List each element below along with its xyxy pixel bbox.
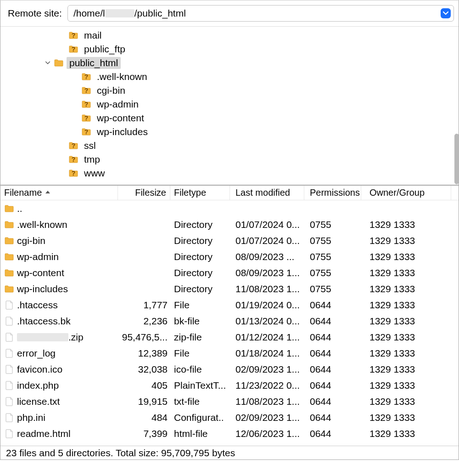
tree-item[interactable]: www [0, 166, 459, 180]
cell-lastmodified: 11/23/2022 0... [230, 380, 304, 391]
table-row[interactable]: .htaccess.bk2,236bk-file01/13/2024 0...0… [0, 313, 459, 329]
remote-path-value: /home/l/public_html [73, 8, 441, 19]
path-dropdown-button[interactable] [441, 8, 451, 18]
cell-permissions: 0755 [304, 283, 361, 295]
column-headers: Filename Filesize Filetype Last modified… [0, 186, 459, 200]
cell-filename: .htaccess.bk [17, 316, 118, 327]
file-list-panel: Filename Filesize Filetype Last modified… [0, 185, 459, 460]
cell-filetype: Directory [170, 251, 230, 262]
header-permissions[interactable]: Permissions [304, 186, 361, 200]
tree-item[interactable]: wp-content [0, 111, 459, 125]
table-row[interactable]: wp-adminDirectory08/09/2023 ...07551329 … [0, 249, 459, 265]
cell-permissions: 0644 [304, 316, 361, 327]
file-icon [4, 348, 17, 358]
tree-item[interactable]: public_ftp [0, 42, 459, 56]
cell-filename: wp-includes [17, 283, 118, 295]
remote-site-panel: Remote site: /home/l/public_html mailpub… [0, 0, 459, 185]
cell-lastmodified: 01/19/2024 0... [230, 300, 304, 311]
tree-item-label: wp-admin [94, 98, 141, 110]
tree-item[interactable]: wp-includes [0, 125, 459, 139]
folder-icon [4, 236, 17, 246]
remote-tree-panel[interactable]: mailpublic_ftppublic_html.well-knowncgi-… [0, 26, 459, 185]
cell-filetype: Directory [170, 283, 230, 295]
cell-filesize: 405 [118, 380, 170, 391]
table-row[interactable]: .htaccess1,777File01/19/2024 0...0644132… [0, 297, 459, 313]
table-row[interactable]: license.txt19,915txt-file11/08/2023 1...… [0, 393, 459, 409]
cell-lastmodified: 02/09/2023 1... [230, 412, 304, 423]
cell-ownergroup: 1329 1333 [361, 235, 459, 246]
cell-ownergroup: 1329 1333 [361, 348, 459, 359]
folder-question-icon [68, 168, 78, 178]
cell-filename: readme.html [17, 428, 118, 439]
cell-permissions: 0755 [304, 251, 361, 262]
file-icon [4, 380, 17, 391]
cell-filename: .htaccess [17, 300, 118, 311]
header-filename[interactable]: Filename [0, 186, 118, 200]
cell-lastmodified: 01/07/2024 0... [230, 235, 304, 246]
folder-question-icon [81, 85, 91, 96]
cell-filesize: 95,476,5... [118, 332, 170, 343]
table-row[interactable]: error_log12,389File01/18/2024 1...064413… [0, 345, 459, 361]
cell-filetype: File [170, 348, 230, 359]
cell-filename: .well-known [17, 219, 118, 230]
redacted-segment [105, 9, 134, 17]
cell-lastmodified: 08/09/2023 ... [230, 251, 304, 262]
table-row[interactable]: php.ini484Configurat..02/09/2023 1...064… [0, 409, 459, 425]
cell-filetype: ico-file [170, 364, 230, 375]
tree-item[interactable]: ssl [0, 139, 459, 153]
redacted-segment [17, 333, 68, 341]
tree-item[interactable]: wp-admin [0, 97, 459, 111]
tree-item-label: public_ftp [81, 43, 128, 55]
table-row[interactable]: readme.html7,399html-file12/06/2023 1...… [0, 425, 459, 442]
header-filesize[interactable]: Filesize [118, 186, 170, 200]
chevron-down-icon[interactable] [45, 60, 51, 66]
remote-site-label: Remote site: [8, 8, 62, 19]
cell-lastmodified: 11/08/2023 1... [230, 396, 304, 407]
table-row[interactable]: wp-includesDirectory11/08/2023 1...07551… [0, 281, 459, 297]
folder-icon [54, 58, 64, 68]
cell-ownergroup: 1329 1333 [361, 219, 459, 230]
cell-permissions: 0755 [304, 235, 361, 246]
remote-path-field[interactable]: /home/l/public_html [67, 5, 454, 22]
cell-permissions: 0644 [304, 428, 361, 439]
table-row[interactable]: .zip95,476,5...zip-file01/12/2024 1...06… [0, 329, 459, 345]
folder-icon [4, 220, 17, 230]
cell-filetype: zip-file [170, 332, 230, 343]
cell-permissions: 0644 [304, 332, 361, 343]
tree-item[interactable]: public_html [0, 56, 459, 70]
cell-filename: php.ini [17, 412, 118, 423]
cell-lastmodified: 01/12/2024 1... [230, 332, 304, 343]
cell-filesize: 12,389 [118, 348, 170, 359]
cell-ownergroup: 1329 1333 [361, 332, 459, 343]
file-icon [4, 316, 17, 326]
cell-lastmodified: 11/08/2023 1... [230, 283, 304, 295]
table-row[interactable]: .. [0, 200, 459, 216]
cell-ownergroup: 1329 1333 [361, 428, 459, 439]
cell-ownergroup: 1329 1333 [361, 316, 459, 327]
cell-permissions: 0644 [304, 364, 361, 375]
tree-item[interactable]: cgi-bin [0, 84, 459, 97]
cell-ownergroup: 1329 1333 [361, 251, 459, 262]
cell-filetype: Directory [170, 267, 230, 278]
tree-item[interactable]: mail [0, 28, 459, 42]
table-row[interactable]: wp-contentDirectory08/09/2023 1...075513… [0, 265, 459, 281]
cell-permissions: 0644 [304, 412, 361, 423]
file-rows[interactable]: ...well-knownDirectory01/07/2024 0...075… [0, 200, 459, 446]
cell-filename: .zip [17, 332, 118, 343]
cell-filename: cgi-bin [17, 235, 118, 246]
table-row[interactable]: cgi-binDirectory01/07/2024 0...07551329 … [0, 232, 459, 249]
cell-lastmodified: 01/18/2024 1... [230, 348, 304, 359]
file-icon [4, 429, 17, 439]
scrollbar-thumb[interactable] [454, 134, 459, 184]
header-ownergroup[interactable]: Owner/Group [361, 186, 451, 200]
table-row[interactable]: index.php405PlainTextT...11/23/2022 0...… [0, 377, 459, 393]
cell-filesize: 19,915 [118, 396, 170, 407]
tree-item-label: ssl [81, 140, 99, 152]
header-lastmodified[interactable]: Last modified [230, 186, 304, 200]
tree-item[interactable]: .well-known [0, 70, 459, 84]
table-row[interactable]: .well-knownDirectory01/07/2024 0...07551… [0, 216, 459, 232]
folder-question-icon [81, 113, 91, 123]
header-filetype[interactable]: Filetype [170, 186, 230, 200]
tree-item[interactable]: tmp [0, 153, 459, 166]
table-row[interactable]: favicon.ico32,038ico-file02/09/2023 1...… [0, 361, 459, 377]
